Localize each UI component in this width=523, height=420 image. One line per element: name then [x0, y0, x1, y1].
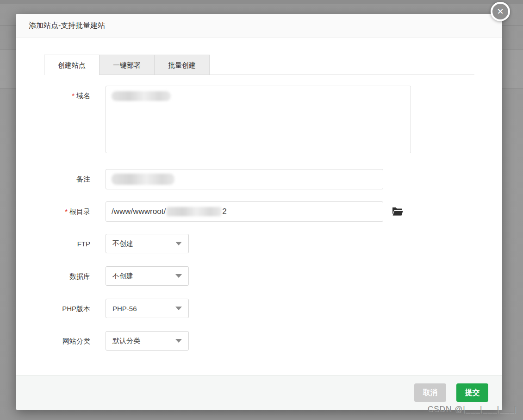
folder-open-icon [392, 207, 403, 217]
domain-label: *域名 [44, 86, 90, 153]
csdn-watermark: CSDN @|___|___|___| [428, 405, 517, 414]
root-dir-input[interactable]: /www/wwwroot/ 2 [106, 201, 383, 222]
tab-bar: 创建站点 一键部署 批量创建 [44, 55, 474, 75]
required-asterisk: * [72, 92, 75, 100]
tab-batch-create[interactable]: 批量创建 [154, 55, 210, 75]
note-row: 备注 [44, 169, 474, 189]
root-dir-suffix: 2 [222, 207, 226, 216]
ftp-select[interactable]: 不创建 [106, 234, 189, 253]
php-version-label: PHP版本 [44, 299, 90, 319]
root-dir-label: *根目录 [44, 201, 90, 222]
add-site-dialog: ✕ 添加站点-支持批量建站 创建站点 一键部署 批量创建 *域名 备注 [16, 14, 502, 410]
php-version-select[interactable]: PHP-56 [106, 299, 189, 318]
tab-one-click-deploy[interactable]: 一键部署 [99, 55, 155, 75]
create-site-form: *域名 备注 *根目录 /www/wwwr [44, 75, 474, 351]
redacted-note-value [112, 174, 174, 185]
required-asterisk: * [65, 207, 68, 215]
dialog-title: 添加站点-支持批量建站 [16, 14, 502, 37]
chevron-down-icon [175, 339, 182, 343]
root-dir-control: /www/wwwroot/ 2 [106, 201, 403, 222]
domain-textarea[interactable] [106, 86, 411, 153]
cancel-button[interactable]: 取消 [414, 383, 446, 402]
database-row: 数据库 不创建 [44, 266, 474, 287]
note-input[interactable] [106, 169, 383, 189]
chevron-down-icon [175, 307, 182, 310]
chevron-down-icon [175, 242, 182, 245]
background-top-strip [0, 0, 523, 4]
close-icon: ✕ [497, 7, 504, 16]
chevron-down-icon [175, 274, 182, 278]
site-category-row: 网站分类 默认分类 [44, 331, 474, 351]
site-category-label: 网站分类 [44, 331, 90, 351]
php-version-row: PHP版本 PHP-56 [44, 299, 474, 319]
submit-button[interactable]: 提交 [456, 383, 488, 402]
dialog-body: 创建站点 一键部署 批量创建 *域名 备注 [16, 38, 502, 375]
redacted-domain-value [112, 91, 171, 101]
note-label: 备注 [44, 169, 90, 189]
ftp-label: FTP [44, 234, 90, 254]
dialog-header: 添加站点-支持批量建站 [16, 14, 502, 38]
ftp-selected-value: 不创建 [112, 239, 175, 248]
root-dir-prefix: /www/wwwroot/ [112, 207, 166, 216]
database-selected-value: 不创建 [112, 272, 175, 281]
site-category-selected-value: 默认分类 [112, 337, 175, 345]
database-label: 数据库 [44, 266, 90, 287]
close-button[interactable]: ✕ [491, 2, 510, 21]
root-dir-row: *根目录 /www/wwwroot/ 2 [44, 201, 474, 222]
domain-row: *域名 [44, 86, 474, 153]
redacted-root-dir-segment [167, 207, 221, 216]
php-version-selected-value: PHP-56 [112, 305, 175, 313]
database-select[interactable]: 不创建 [106, 266, 189, 286]
ftp-row: FTP 不创建 [44, 234, 474, 254]
tab-create-site[interactable]: 创建站点 [44, 55, 100, 75]
browse-directory-button[interactable] [391, 206, 403, 218]
site-category-select[interactable]: 默认分类 [106, 331, 189, 351]
